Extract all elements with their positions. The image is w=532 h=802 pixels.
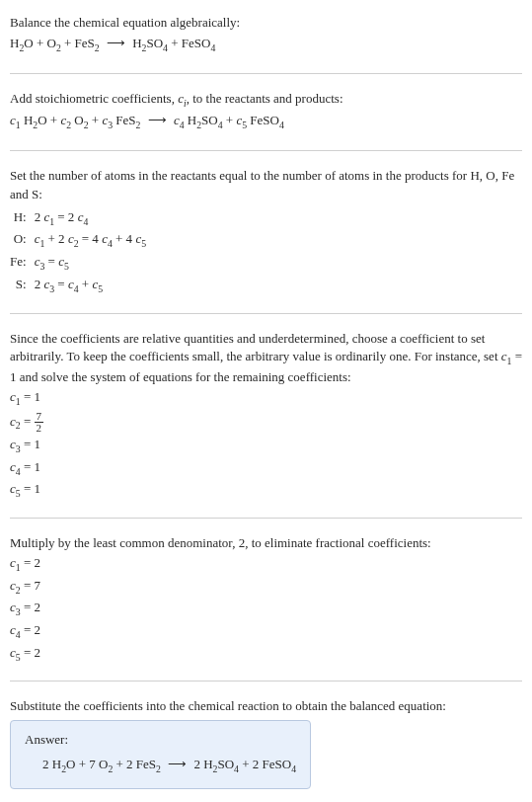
coef-item: c5 = 1 bbox=[10, 479, 522, 502]
coef-item: c5 = 2 bbox=[10, 643, 522, 666]
atom-equations-table: H: 2 c1 = 2 c4 O: c1 + 2 c2 = 4 c4 + 4 c… bbox=[10, 207, 152, 297]
fraction: 72 bbox=[35, 411, 44, 434]
divider bbox=[10, 150, 522, 151]
atom-equation: 2 c1 = 2 c4 bbox=[35, 207, 152, 230]
divider bbox=[10, 681, 522, 682]
section1-title: Balance the chemical equation algebraica… bbox=[10, 14, 522, 33]
section2-equation: c1 H2O + c2 O2 + c3 FeS2 ⟶ c4 H2SO4 + c5… bbox=[10, 110, 522, 134]
atom-label: Fe: bbox=[10, 252, 35, 275]
atom-equation: c1 + 2 c2 = 4 c4 + 4 c5 bbox=[35, 229, 152, 252]
atom-label: S: bbox=[10, 275, 35, 297]
section-solve: Since the coefficients are relative quan… bbox=[10, 324, 522, 508]
coef-item: c2 = 7 bbox=[10, 576, 522, 599]
coef-item: c1 = 2 bbox=[10, 553, 522, 576]
section-atoms: Set the number of atoms in the reactants… bbox=[10, 161, 522, 303]
table-row: O: c1 + 2 c2 = 4 c4 + 4 c5 bbox=[10, 229, 152, 252]
section-coefficients: Add stoichiometric coefficients, ci, to … bbox=[10, 84, 522, 140]
table-row: Fe: c3 = c5 bbox=[10, 252, 152, 275]
section5-text: Multiply by the least common denominator… bbox=[10, 534, 522, 553]
section-balance: Balance the chemical equation algebraica… bbox=[10, 8, 522, 63]
answer-equation: 2 H2O + 7 O2 + 2 FeS2 ⟶ 2 H2SO4 + 2 FeSO… bbox=[25, 754, 296, 778]
coefficients-list-2: c1 = 2 c2 = 7 c3 = 2 c4 = 2 c5 = 2 bbox=[10, 553, 522, 666]
atom-label: O: bbox=[10, 229, 35, 252]
section2-title: Add stoichiometric coefficients, ci, to … bbox=[10, 90, 522, 111]
atom-equation: 2 c3 = c4 + c5 bbox=[35, 275, 152, 297]
coef-item: c3 = 2 bbox=[10, 598, 522, 620]
coefficients-list-1: c1 = 1 c2 = 72 c3 = 1 c4 = 1 c5 = 1 bbox=[10, 387, 522, 502]
answer-box: Answer: 2 H2O + 7 O2 + 2 FeS2 ⟶ 2 H2SO4 … bbox=[10, 720, 311, 789]
table-row: S: 2 c3 = c4 + c5 bbox=[10, 275, 152, 297]
section3-title: Set the number of atoms in the reactants… bbox=[10, 167, 522, 204]
section-multiply: Multiply by the least common denominator… bbox=[10, 528, 522, 671]
coef-item: c2 = 72 bbox=[10, 410, 522, 435]
coef-item: c4 = 2 bbox=[10, 620, 522, 643]
divider bbox=[10, 73, 522, 74]
divider bbox=[10, 518, 522, 519]
section4-text: Since the coefficients are relative quan… bbox=[10, 330, 522, 387]
coef-item: c4 = 1 bbox=[10, 457, 522, 480]
section6-text: Substitute the coefficients into the che… bbox=[10, 697, 522, 716]
section-substitute: Substitute the coefficients into the che… bbox=[10, 691, 522, 794]
atom-equation: c3 = c5 bbox=[35, 252, 152, 275]
coef-item: c1 = 1 bbox=[10, 387, 522, 410]
table-row: H: 2 c1 = 2 c4 bbox=[10, 207, 152, 230]
coef-item: c3 = 1 bbox=[10, 435, 522, 457]
answer-label: Answer: bbox=[25, 731, 296, 750]
divider bbox=[10, 313, 522, 314]
atom-label: H: bbox=[10, 207, 35, 230]
section1-equation: H2O + O2 + FeS2 ⟶ H2SO4 + FeSO4 bbox=[10, 33, 522, 57]
